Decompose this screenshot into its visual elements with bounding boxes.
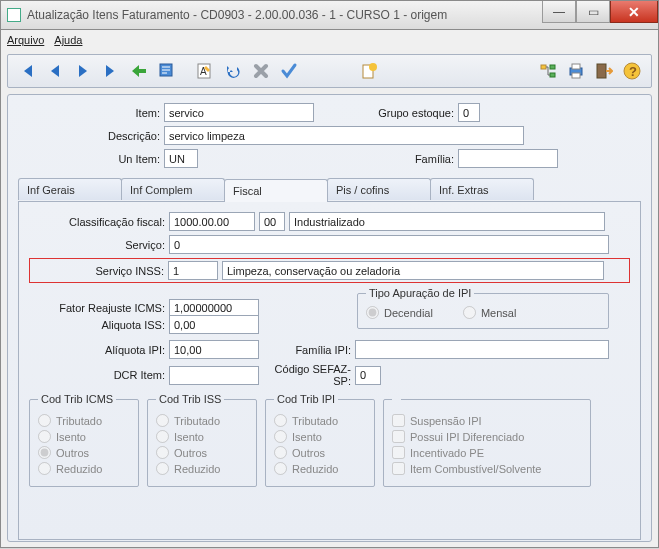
sefaz-field[interactable] xyxy=(355,366,381,385)
familia-ipi-label: Família IPI: xyxy=(259,344,355,356)
chk-combustivel[interactable]: Item Combustível/Solvente xyxy=(392,462,582,475)
minimize-button[interactable]: — xyxy=(542,1,576,23)
classificacao-label: Classificação fiscal: xyxy=(29,216,169,228)
grupo-estoque-label: Grupo estoque: xyxy=(314,107,458,119)
tab-inf-extras[interactable]: Inf. Extras xyxy=(430,178,534,200)
first-button[interactable] xyxy=(14,58,40,84)
svg-rect-7 xyxy=(550,73,555,77)
icms-reduzido[interactable]: Reduzido xyxy=(38,462,130,475)
cod-trib-iss-label: Cod Trib ISS xyxy=(156,393,224,405)
ipi-reduzido[interactable]: Reduzido xyxy=(274,462,366,475)
servico-inss-highlight: Serviço INSS: xyxy=(29,258,630,283)
svg-rect-9 xyxy=(572,64,580,69)
servico-inss-desc-field[interactable] xyxy=(222,261,604,280)
item-label: Item: xyxy=(18,107,164,119)
chk-suspensao-ipi[interactable]: Suspensão IPI xyxy=(392,414,582,427)
new-doc-button[interactable] xyxy=(356,58,382,84)
fator-icms-label: Fator Reajuste ICMS: xyxy=(29,302,169,314)
next-button[interactable] xyxy=(70,58,96,84)
undo-button[interactable] xyxy=(220,58,246,84)
un-item-label: Un Item: xyxy=(18,153,164,165)
svg-rect-11 xyxy=(597,64,606,78)
ipi-tributado[interactable]: Tributado xyxy=(274,414,366,427)
close-button[interactable]: ✕ xyxy=(610,1,658,23)
cod-trib-ipi-label: Cod Trib IPI xyxy=(274,393,338,405)
svg-text:?: ? xyxy=(629,64,637,79)
grupo-estoque-field[interactable] xyxy=(458,103,480,122)
iss-isento[interactable]: Isento xyxy=(156,430,248,443)
radio-mensal[interactable]: Mensal xyxy=(463,306,516,319)
tab-fiscal[interactable]: Fiscal xyxy=(224,179,328,202)
familia-label: Família: xyxy=(198,153,458,165)
chk-ipi-diferenciado[interactable]: Possui IPI Diferenciado xyxy=(392,430,582,443)
aliquota-iss-label: Aliquota ISS: xyxy=(29,319,169,331)
edit-text-button[interactable]: A xyxy=(192,58,218,84)
ipi-flags-group xyxy=(392,393,401,405)
tipo-apuracao-ipi-label: Tipo Apuração de IPI xyxy=(366,287,474,299)
aliquota-ipi-label: Alíquota IPI: xyxy=(29,344,169,356)
servico-inss-label: Serviço INSS: xyxy=(34,265,168,277)
iss-outros[interactable]: Outros xyxy=(156,446,248,459)
item-field[interactable] xyxy=(164,103,314,122)
cod-trib-icms-label: Cod Trib ICMS xyxy=(38,393,116,405)
iss-reduzido[interactable]: Reduzido xyxy=(156,462,248,475)
tab-pis-cofins[interactable]: Pis / cofins xyxy=(327,178,431,200)
exit-button[interactable] xyxy=(591,58,617,84)
menu-arquivo[interactable]: Arquivo xyxy=(7,34,44,46)
familia-ipi-field[interactable] xyxy=(355,340,609,359)
svg-rect-6 xyxy=(550,65,555,69)
dcr-item-field[interactable] xyxy=(169,366,259,385)
chk-incentivado-pe[interactable]: Incentivado PE xyxy=(392,446,582,459)
prev-button[interactable] xyxy=(42,58,68,84)
menu-ajuda[interactable]: Ajuda xyxy=(54,34,82,46)
iss-tributado[interactable]: Tributado xyxy=(156,414,248,427)
servico-label: Serviço: xyxy=(29,239,169,251)
toolbar: A ? xyxy=(7,54,652,88)
descricao-field[interactable] xyxy=(164,126,524,145)
aliquota-ipi-field[interactable] xyxy=(169,340,259,359)
delete-button[interactable] xyxy=(248,58,274,84)
familia-field[interactable] xyxy=(458,149,558,168)
search-button[interactable] xyxy=(154,58,180,84)
ipi-isento[interactable]: Isento xyxy=(274,430,366,443)
sefaz-label: Código SEFAZ-SP: xyxy=(259,363,355,387)
return-button[interactable] xyxy=(126,58,152,84)
dcr-item-label: DCR Item: xyxy=(29,369,169,381)
window-title: Atualização Itens Faturamento - CD0903 -… xyxy=(27,8,542,22)
ipi-outros[interactable]: Outros xyxy=(274,446,366,459)
svg-point-4 xyxy=(369,63,377,71)
maximize-button[interactable]: ▭ xyxy=(576,1,610,23)
svg-rect-5 xyxy=(541,65,546,69)
svg-rect-10 xyxy=(572,73,580,78)
app-icon xyxy=(7,8,21,22)
icms-tributado[interactable]: Tributado xyxy=(38,414,130,427)
confirm-button[interactable] xyxy=(276,58,302,84)
icms-outros[interactable]: Outros xyxy=(38,446,130,459)
icms-isento[interactable]: Isento xyxy=(38,430,130,443)
classificacao-field[interactable] xyxy=(169,212,255,231)
tab-inf-complem[interactable]: Inf Complem xyxy=(121,178,225,200)
servico-field[interactable] xyxy=(169,235,609,254)
last-button[interactable] xyxy=(98,58,124,84)
tab-inf-gerais[interactable]: Inf Gerais xyxy=(18,178,122,200)
tree-button[interactable] xyxy=(535,58,561,84)
classificacao-desc-field[interactable] xyxy=(289,212,605,231)
print-button[interactable] xyxy=(563,58,589,84)
classificacao-cod-field[interactable] xyxy=(259,212,285,231)
un-item-field[interactable] xyxy=(164,149,198,168)
descricao-label: Descrição: xyxy=(18,130,164,142)
radio-decendial[interactable]: Decendial xyxy=(366,306,433,319)
servico-inss-field[interactable] xyxy=(168,261,218,280)
help-button[interactable]: ? xyxy=(619,58,645,84)
aliquota-iss-field[interactable] xyxy=(169,315,259,334)
